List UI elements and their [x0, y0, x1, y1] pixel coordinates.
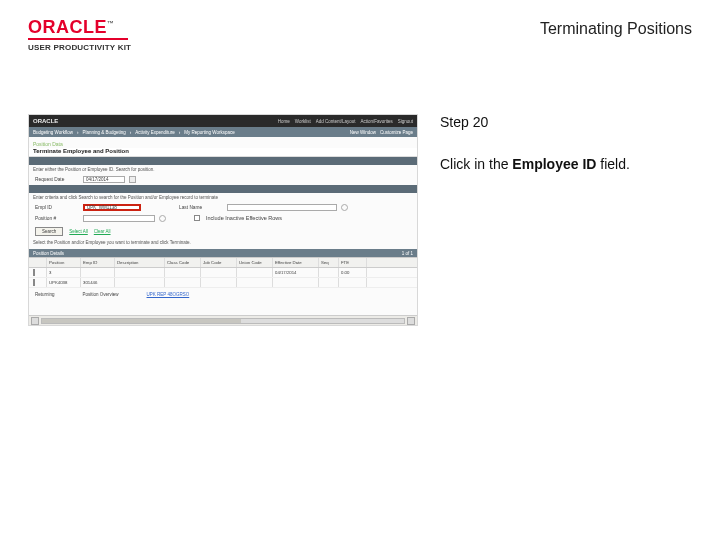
- clear-all-link[interactable]: Clear All: [94, 229, 111, 234]
- nav-customize[interactable]: Customize Page: [380, 130, 413, 135]
- row2-checkbox[interactable]: [33, 279, 35, 286]
- oracle-logo: ORACLE™ USER PRODUCTIVITY KIT: [28, 18, 131, 52]
- row1-fte: 0.00: [339, 268, 367, 277]
- help-text: Select the Position and/or Employee you …: [29, 238, 417, 247]
- row1-effdate: 04/17/2014: [273, 268, 319, 277]
- row2-jobcode: [201, 278, 237, 287]
- search-icon-2[interactable]: [159, 215, 166, 222]
- trademark-symbol: ™: [107, 20, 115, 27]
- row2-desc: [115, 278, 165, 287]
- position-overview-link[interactable]: UPK REP 48OGRSO: [147, 292, 190, 297]
- criteria-subbar: [29, 185, 417, 193]
- col-empid[interactable]: Emp ID: [81, 258, 115, 267]
- col-check: [29, 258, 47, 267]
- last-name-label: Last Name: [179, 205, 223, 210]
- row1-seq: [319, 268, 339, 277]
- last-name-input[interactable]: [227, 204, 337, 211]
- grid-row-2[interactable]: UPK4038 301446: [29, 278, 417, 288]
- col-position[interactable]: Position: [47, 258, 81, 267]
- select-all-link[interactable]: Select All: [69, 229, 88, 234]
- returning-label: Returning: [35, 292, 55, 297]
- section-subbar: [29, 157, 417, 165]
- run-date-label: Request Date: [35, 177, 79, 182]
- row1-union: [237, 268, 273, 277]
- row1-position: 3: [47, 268, 81, 277]
- employee-id-input[interactable]: UPK_WM1138: [83, 204, 141, 211]
- instruction-after: field.: [596, 156, 629, 172]
- note-text: Enter either the Position or Employee ID…: [29, 165, 417, 174]
- row1-jobcode: [201, 268, 237, 277]
- page-title: Terminate Employee and Position: [29, 148, 417, 157]
- instruction-field-name: Employee ID: [512, 156, 596, 172]
- emp-id-label: Empl ID: [35, 205, 79, 210]
- position-overview-label: Position Overview: [83, 292, 119, 297]
- horizontal-scrollbar[interactable]: [29, 315, 417, 325]
- row2-seq: [319, 278, 339, 287]
- col-jobcode[interactable]: Job Code: [201, 258, 237, 267]
- row2-union: [237, 278, 273, 287]
- position-label: Position #: [35, 216, 79, 221]
- row2-fte: [339, 278, 367, 287]
- search-button[interactable]: Search: [35, 227, 63, 236]
- app-top-tools: Home Worklist Add Content/Layout Action/…: [278, 119, 413, 124]
- grid-row-1[interactable]: 3 04/17/2014 0.00: [29, 268, 417, 278]
- instruction-column: Step 20 Click in the Employee ID field.: [440, 114, 692, 326]
- criteria-hint: Enter criteria and click Search to searc…: [29, 193, 417, 202]
- nav-item-0[interactable]: Budgeting Workflow: [33, 130, 73, 135]
- col-seq[interactable]: Seq: [319, 258, 339, 267]
- nav-item-2[interactable]: Activity Expenditure: [135, 130, 175, 135]
- app-screenshot: ORACLE Home Worklist Add Content/Layout …: [28, 114, 418, 326]
- calendar-icon[interactable]: [129, 176, 136, 183]
- position-input[interactable]: [83, 215, 155, 222]
- col-desc[interactable]: Description: [115, 258, 165, 267]
- row2-position: UPK4038: [47, 278, 81, 287]
- row2-empid: 301446: [81, 278, 115, 287]
- row1-desc: [115, 268, 165, 277]
- run-date-input[interactable]: 04/17/2014: [83, 176, 125, 183]
- col-union[interactable]: Union Code: [237, 258, 273, 267]
- app-nav-bar: Budgeting Workflow › Planning & Budgetin…: [29, 127, 417, 137]
- col-effdate[interactable]: Effective Date: [273, 258, 319, 267]
- scroll-left-icon[interactable]: [31, 317, 39, 325]
- screenshot-panel: ORACLE Home Worklist Add Content/Layout …: [28, 114, 418, 326]
- row1-class: [165, 268, 201, 277]
- oracle-word-text: ORACLE: [28, 17, 107, 37]
- position-details-label: Position Details: [33, 251, 64, 256]
- row1-checkbox[interactable]: [33, 269, 35, 276]
- tool-worklist[interactable]: Worklist: [295, 119, 311, 124]
- scroll-right-icon[interactable]: [407, 317, 415, 325]
- col-fte[interactable]: FTE: [339, 258, 367, 267]
- app-titlebar: ORACLE Home Worklist Add Content/Layout …: [29, 115, 417, 127]
- tool-signout[interactable]: Signout: [398, 119, 413, 124]
- col-class[interactable]: Class Code: [165, 258, 201, 267]
- document-title: Terminating Positions: [540, 18, 692, 38]
- oracle-underline: [28, 38, 128, 40]
- nav-item-3[interactable]: My Reporting Workspace: [184, 130, 234, 135]
- row1-empid: [81, 268, 115, 277]
- oracle-wordmark: ORACLE™: [28, 18, 131, 36]
- step-label: Step 20: [440, 114, 692, 130]
- tool-add-content[interactable]: Add Content/Layout: [316, 119, 356, 124]
- app-brand: ORACLE: [33, 118, 58, 124]
- grid-header: Position Emp ID Description Class Code J…: [29, 257, 417, 268]
- section-label: Position Data: [33, 141, 413, 147]
- scroll-thumb[interactable]: [41, 318, 405, 324]
- nav-new-window[interactable]: New Window: [350, 130, 376, 135]
- pager-text: 1 of 1: [402, 251, 413, 256]
- search-icon[interactable]: [341, 204, 348, 211]
- position-details-bar: Position Details 1 of 1: [29, 249, 417, 257]
- instruction-text: Click in the Employee ID field.: [440, 156, 692, 172]
- row2-class: [165, 278, 201, 287]
- instruction-before: Click in the: [440, 156, 512, 172]
- include-inactive-checkbox[interactable]: [194, 215, 200, 221]
- summary-row: Returning Position Overview UPK REP 48OG…: [29, 288, 417, 301]
- row2-effdate: [273, 278, 319, 287]
- include-inactive-label: Include Inactive Effective Rows: [206, 215, 282, 221]
- tool-home[interactable]: Home: [278, 119, 290, 124]
- nav-item-1[interactable]: Planning & Budgeting: [82, 130, 125, 135]
- upk-subtitle: USER PRODUCTIVITY KIT: [28, 43, 131, 52]
- tool-favorites[interactable]: Action/Favorites: [360, 119, 392, 124]
